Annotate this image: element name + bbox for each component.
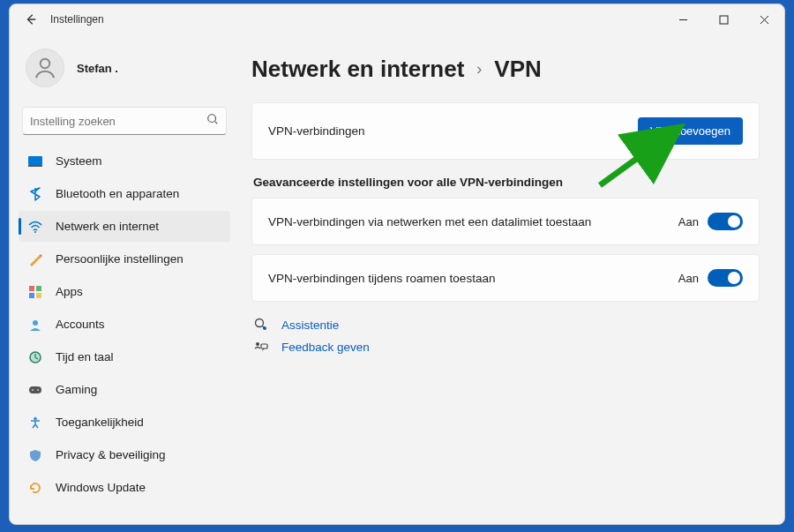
maximize-button[interactable]	[703, 4, 744, 34]
titlebar: Instellingen	[10, 4, 784, 34]
sidebar-item-label: Privacy & beveiliging	[56, 448, 166, 461]
window-controls	[663, 4, 784, 34]
help-links: Assistentie Feedback geven	[251, 318, 760, 354]
toggle-state-text: Aan	[678, 215, 699, 229]
apps-icon	[27, 284, 43, 300]
svg-point-13	[32, 389, 34, 391]
help-icon	[253, 318, 269, 332]
feedback-link[interactable]: Feedback geven	[251, 341, 760, 354]
time-icon	[27, 349, 43, 365]
search-icon	[206, 113, 219, 129]
add-vpn-button[interactable]: VPN toevoegen	[638, 117, 743, 145]
svg-point-10	[33, 320, 38, 326]
toggle-card-roaming: VPN-verbindingen tijdens roamen toestaan…	[251, 254, 760, 302]
network-icon	[27, 219, 43, 235]
sidebar-item-label: Windows Update	[56, 481, 146, 494]
settings-window: Instellingen Stefan .	[9, 4, 785, 525]
sidebar-item-label: Toegankelijkheid	[56, 416, 144, 429]
toggle-label: VPN-verbindingen tijdens roamen toestaan	[268, 272, 495, 285]
close-button[interactable]	[744, 4, 784, 34]
sidebar-item-gaming[interactable]: Gaming	[19, 374, 230, 405]
privacy-icon	[27, 447, 43, 463]
sidebar-item-apps[interactable]: Apps	[19, 276, 230, 307]
svg-rect-0	[720, 16, 728, 24]
sidebar-item-label: Systeem	[56, 154, 102, 168]
svg-point-18	[256, 342, 259, 346]
svg-point-14	[37, 389, 39, 391]
svg-point-17	[263, 326, 266, 330]
system-icon	[27, 154, 43, 169]
vpn-connections-card: VPN-verbindingen VPN toevoegen	[251, 102, 760, 160]
feedback-icon	[253, 341, 269, 354]
person-icon	[32, 55, 58, 81]
svg-rect-7	[36, 286, 41, 291]
sidebar-item-update[interactable]: Windows Update	[19, 472, 230, 503]
help-link[interactable]: Assistentie	[251, 318, 760, 332]
breadcrumb-parent[interactable]: Netwerk en internet	[251, 56, 464, 83]
sidebar-item-label: Netwerk en internet	[56, 220, 159, 233]
svg-rect-8	[29, 293, 34, 298]
svg-point-16	[256, 319, 264, 327]
svg-rect-6	[29, 286, 34, 291]
toggle-label: VPN-verbindingen via netwerken met een d…	[268, 215, 591, 229]
avatar	[26, 49, 64, 87]
gaming-icon	[27, 382, 43, 398]
bluetooth-icon	[27, 186, 43, 202]
svg-rect-9	[36, 293, 41, 298]
sidebar-item-label: Gaming	[56, 383, 97, 396]
sidebar: Stefan . Systeem Bluetooth en apparaten	[10, 34, 237, 524]
vpn-connections-label: VPN-verbindingen	[268, 124, 365, 138]
nav: Systeem Bluetooth en apparaten Netwerk e…	[19, 146, 230, 512]
close-icon	[760, 15, 769, 25]
accounts-icon	[27, 317, 43, 333]
svg-rect-19	[261, 344, 267, 348]
sidebar-item-bluetooth[interactable]: Bluetooth en apparaten	[19, 178, 230, 209]
search-box[interactable]	[22, 107, 227, 135]
sidebar-item-network[interactable]: Netwerk en internet	[19, 211, 230, 242]
maximize-icon	[719, 15, 729, 25]
sidebar-item-personalize[interactable]: Persoonlijke instellingen	[19, 244, 230, 274]
update-icon	[27, 480, 43, 496]
search-input[interactable]	[30, 115, 206, 128]
svg-rect-3	[28, 156, 42, 165]
toggle-switch-metered[interactable]	[708, 213, 743, 230]
svg-rect-12	[29, 386, 41, 393]
sidebar-item-label: Accounts	[56, 318, 105, 331]
svg-point-5	[34, 231, 36, 233]
advanced-heading: Geavanceerde instellingen voor alle VPN-…	[253, 176, 760, 189]
sidebar-item-accounts[interactable]: Accounts	[19, 309, 230, 340]
minimize-icon	[678, 15, 688, 25]
sidebar-item-label: Bluetooth en apparaten	[56, 187, 179, 200]
back-button[interactable]	[20, 9, 41, 30]
toggle-state-text: Aan	[678, 272, 699, 285]
link-text: Assistentie	[281, 318, 339, 332]
sidebar-item-privacy[interactable]: Privacy & beveiliging	[19, 439, 230, 470]
main-content: Netwerk en internet › VPN VPN-verbinding…	[237, 34, 784, 524]
sidebar-item-label: Tijd en taal	[56, 350, 114, 363]
toggle-card-metered: VPN-verbindingen via netwerken met een d…	[251, 198, 760, 245]
body: Stefan . Systeem Bluetooth en apparaten	[10, 34, 784, 524]
minimize-button[interactable]	[663, 4, 703, 34]
accessibility-icon	[27, 415, 43, 431]
svg-point-15	[34, 416, 37, 420]
user-name: Stefan .	[77, 62, 118, 75]
breadcrumb: Netwerk en internet › VPN	[251, 56, 760, 83]
svg-point-2	[208, 115, 216, 123]
breadcrumb-current: VPN	[494, 56, 541, 83]
sidebar-item-label: Persoonlijke instellingen	[56, 252, 184, 266]
sidebar-item-time[interactable]: Tijd en taal	[19, 341, 230, 372]
sidebar-item-label: Apps	[56, 285, 83, 298]
svg-rect-4	[28, 165, 42, 167]
window-title: Instellingen	[50, 13, 104, 26]
chevron-right-icon: ›	[476, 60, 482, 79]
arrow-left-icon	[25, 13, 37, 26]
link-text: Feedback geven	[281, 341, 370, 354]
personalize-icon	[27, 251, 43, 267]
user-profile[interactable]: Stefan .	[19, 34, 230, 107]
sidebar-item-accessibility[interactable]: Toegankelijkheid	[19, 407, 230, 438]
svg-point-1	[41, 59, 50, 69]
toggle-switch-roaming[interactable]	[708, 269, 743, 287]
sidebar-item-system[interactable]: Systeem	[19, 146, 230, 176]
